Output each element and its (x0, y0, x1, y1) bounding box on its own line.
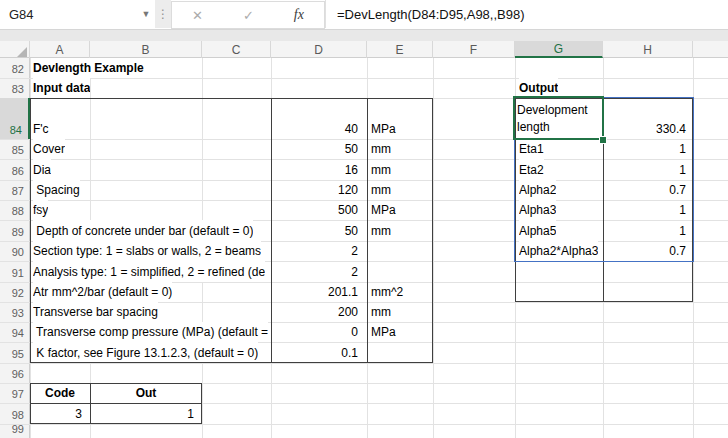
cell-A94[interactable]: Transverse comp pressure (MPa) (default … (33, 322, 268, 342)
enter-icon[interactable]: ✓ (243, 8, 254, 23)
cell-G90[interactable]: Alpha2*Alpha3 (519, 241, 598, 261)
cell-G89[interactable]: Alpha5 (519, 220, 556, 241)
cell-E88[interactable]: MPa (371, 200, 396, 220)
row-header-88[interactable]: 88 (0, 200, 30, 220)
cell-D89[interactable]: 50 (271, 220, 363, 241)
cell-H90[interactable]: 0.7 (603, 241, 690, 261)
row-header-95[interactable]: 95 (0, 342, 30, 363)
cell-E92[interactable]: mm^2 (371, 282, 403, 302)
row-header-85[interactable]: 85 (0, 139, 30, 159)
cancel-icon[interactable]: ✕ (192, 8, 203, 23)
cell-H84[interactable]: 330.4 (603, 98, 690, 139)
excel-window: G84 ▼ ⋮ ✕ ✓ fx =DevLength(D84:D95,A98,,B… (0, 0, 728, 438)
cell-A88[interactable]: fsy (33, 200, 48, 220)
row-header-82[interactable]: 82 (0, 58, 30, 78)
cell-A87[interactable]: Spacing (33, 180, 80, 200)
cell-D84[interactable]: 40 (271, 98, 363, 139)
name-box[interactable]: G84 ▼ (0, 0, 156, 28)
row-header-96[interactable]: 96 (0, 363, 30, 383)
output-header-cell[interactable]: Output (519, 78, 558, 98)
cell-D85[interactable]: 50 (271, 139, 363, 159)
cell-D90[interactable]: 2 (271, 241, 363, 261)
cell-A95[interactable]: K factor, see Figure 13.1.2.3, (default … (33, 342, 258, 363)
cell-G85[interactable]: Eta1 (519, 139, 544, 159)
row-header-94[interactable]: 94 (0, 322, 30, 342)
column-header-B[interactable]: B (90, 41, 202, 58)
vertical-gridline (515, 58, 516, 438)
formula-toolbar: G84 ▼ ⋮ ✕ ✓ fx =DevLength(D84:D95,A98,,B… (0, 0, 728, 30)
cell-D93[interactable]: 200 (271, 302, 363, 322)
horizontal-gridline (0, 363, 728, 364)
row-header-93[interactable]: 93 (0, 302, 30, 322)
cell-A85[interactable]: Cover (33, 139, 65, 159)
formula-input[interactable]: =DevLength(D84:D95,A98,,B98) (325, 0, 728, 28)
column-header-D[interactable]: D (271, 41, 367, 58)
fill-handle[interactable] (599, 136, 607, 144)
row-header-87[interactable]: 87 (0, 180, 30, 200)
cell-D91[interactable]: 2 (271, 261, 363, 282)
column-header-F[interactable]: F (433, 41, 515, 58)
cell-H86[interactable]: 1 (603, 159, 690, 180)
cell-A89[interactable]: Depth of concrete under bar (default = 0… (33, 220, 253, 241)
cell-D94[interactable]: 0 (271, 322, 363, 342)
row-header-91[interactable]: 91 (0, 261, 30, 282)
cell-A93[interactable]: Transverse bar spacing (33, 302, 158, 322)
row-header-92[interactable]: 92 (0, 282, 30, 302)
cell-D92[interactable]: 201.1 (271, 282, 363, 302)
select-all-triangle-icon (17, 47, 27, 57)
cell-E85[interactable]: mm (371, 139, 391, 159)
cell-H85[interactable]: 1 (603, 139, 690, 159)
row-header-84[interactable]: 84 (0, 98, 30, 139)
cell-G87[interactable]: Alpha2 (519, 180, 556, 200)
cell-E94[interactable]: MPa (371, 322, 396, 342)
row-header-98[interactable]: 98 (0, 403, 30, 424)
column-header-row: ABCDEFGH (0, 41, 728, 58)
cell-B98-out-value[interactable]: 1 (90, 403, 198, 424)
horizontal-gridline (0, 424, 728, 425)
row-header-89[interactable]: 89 (0, 220, 30, 241)
cell-D95[interactable]: 0.1 (271, 342, 363, 363)
cell-G86[interactable]: Eta2 (519, 159, 544, 180)
row-header-90[interactable]: 90 (0, 241, 30, 261)
toolbar-grid-divider (0, 30, 728, 41)
row-header-99[interactable]: 99 (0, 424, 30, 438)
cell-E86[interactable]: mm (371, 159, 391, 180)
column-header-A[interactable]: A (30, 41, 90, 58)
select-all-button[interactable] (0, 41, 30, 58)
cell-D87[interactable]: 120 (271, 180, 363, 200)
insert-function-icon[interactable]: fx (294, 7, 304, 23)
cell-H88[interactable]: 1 (603, 200, 690, 220)
formula-bar-drag-handle-icon[interactable]: ⋮ (155, 0, 171, 28)
cell-G88[interactable]: Alpha3 (519, 200, 556, 220)
cell-H87[interactable]: 0.7 (603, 180, 690, 200)
cell-E93[interactable]: mm (371, 302, 391, 322)
row-header-83[interactable]: 83 (0, 78, 30, 98)
cell-E87[interactable]: mm (371, 180, 391, 200)
cell-A90[interactable]: Section type: 1 = slabs or walls, 2 = be… (33, 241, 261, 261)
cell-A91[interactable]: Analysis type: 1 = simplified, 2 = refin… (33, 261, 265, 282)
row-header-86[interactable]: 86 (0, 159, 30, 180)
column-header-H[interactable]: H (603, 41, 693, 58)
column-header-G[interactable]: G (515, 41, 603, 58)
cell-A92[interactable]: Atr mm^2/bar (default = 0) (33, 282, 172, 302)
sheet-title-cell[interactable]: Devlength Example (33, 58, 144, 78)
input-data-header-cell[interactable]: Input data (33, 78, 90, 98)
name-box-value: G84 (0, 7, 137, 22)
column-header-E[interactable]: E (367, 41, 433, 58)
cell-E89[interactable]: mm (371, 220, 391, 241)
cell-G84-active[interactable]: Development length (517, 98, 599, 139)
column-header-C[interactable]: C (202, 41, 271, 58)
vertical-gridline (367, 58, 368, 438)
cell-A98-code-value[interactable]: 3 (30, 403, 86, 424)
row-header-97[interactable]: 97 (0, 383, 30, 403)
cell-A97-code-header[interactable]: Code (30, 383, 90, 403)
cell-D86[interactable]: 16 (271, 159, 363, 180)
cell-A84[interactable]: F'c (33, 98, 49, 139)
vertical-gridline (693, 58, 694, 438)
cell-E84[interactable]: MPa (371, 98, 396, 139)
cell-D88[interactable]: 500 (271, 200, 363, 220)
cell-A86[interactable]: Dia (33, 159, 51, 180)
cell-B97-out-header[interactable]: Out (90, 383, 202, 403)
namebox-dropdown-icon[interactable]: ▼ (137, 9, 155, 19)
cell-H89[interactable]: 1 (603, 220, 690, 241)
